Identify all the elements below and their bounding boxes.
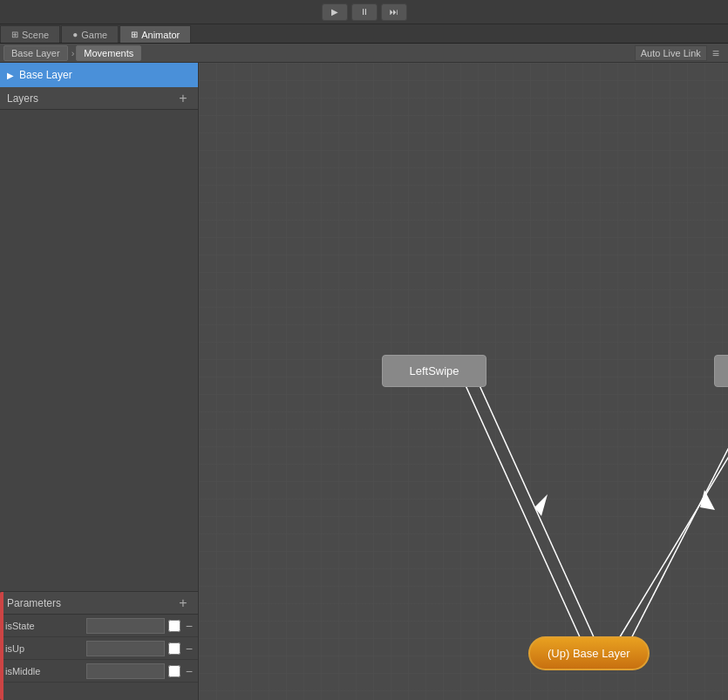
- layers-header: Layers +: [0, 87, 198, 110]
- param-row-isstate: isState −: [0, 615, 198, 637]
- red-bar: [0, 592, 3, 700]
- pause-button[interactable]: ⏸: [351, 3, 378, 21]
- base-layer-label: Base Layer: [19, 69, 72, 81]
- param-isstate-remove[interactable]: −: [186, 619, 193, 633]
- param-ismiddle-name: isMiddle: [5, 666, 86, 676]
- param-isstate-input[interactable]: [86, 618, 165, 634]
- animator-icon: ⊞: [131, 30, 138, 39]
- left-swipe-node[interactable]: LeftSwipe: [382, 355, 486, 387]
- param-ismiddle-checkbox[interactable]: [168, 665, 180, 677]
- param-row-isup: isUp −: [0, 637, 198, 660]
- param-isstate-name: isState: [5, 621, 86, 631]
- auto-live-link-button[interactable]: Auto Live Link: [635, 45, 707, 61]
- layers-add-button[interactable]: +: [175, 91, 191, 106]
- tab-game-label: Game: [81, 30, 107, 40]
- game-icon: ●: [72, 30, 78, 39]
- tab-scene[interactable]: ⊞ Scene: [0, 25, 60, 43]
- layers-label: Layers: [7, 92, 38, 105]
- menu-button[interactable]: ≡: [707, 44, 725, 62]
- left-swipe-label: LeftSwipe: [409, 364, 459, 377]
- scene-icon: ⊞: [11, 30, 18, 39]
- svg-line-4: [613, 374, 728, 649]
- tab-game[interactable]: ● Game: [61, 25, 119, 43]
- param-ismiddle-input[interactable]: [86, 663, 165, 679]
- tab-scene-label: Scene: [22, 30, 49, 40]
- base-layer-node[interactable]: (Up) Base Layer: [528, 636, 650, 670]
- breadcrumb-bar: Base Layer › Movements Auto Live Link ≡: [0, 44, 728, 63]
- param-isup-remove[interactable]: −: [186, 642, 193, 656]
- breadcrumb-movements[interactable]: Movements: [76, 45, 141, 61]
- svg-line-3: [626, 374, 728, 649]
- tab-bar: ⊞ Scene ● Game ⊞ Animator: [0, 24, 728, 44]
- parameters-add-button[interactable]: +: [175, 595, 191, 611]
- play-button[interactable]: ▶: [322, 3, 348, 21]
- base-layer-node-label: (Up) Base Layer: [548, 647, 630, 660]
- step-button[interactable]: ⏭: [381, 3, 407, 21]
- svg-marker-2: [534, 494, 548, 516]
- tab-animator[interactable]: ⊞ Animator: [119, 25, 191, 43]
- param-isup-input[interactable]: [86, 641, 165, 656]
- canvas-area[interactable]: LeftSwipe RightSwipe (Up) Base Layer: [199, 63, 728, 700]
- parameters-panel: Parameters + isState − isUp − isMiddle −: [0, 591, 199, 700]
- param-row-ismiddle: isMiddle −: [0, 660, 198, 683]
- base-layer-item[interactable]: ▶ Base Layer: [0, 63, 198, 87]
- svg-marker-5: [700, 490, 715, 510]
- breadcrumb-arrow: ›: [71, 48, 75, 58]
- svg-line-1: [474, 374, 599, 649]
- param-isup-checkbox[interactable]: [168, 642, 180, 655]
- layer-play-icon: ▶: [7, 71, 14, 80]
- top-toolbar: ▶ ⏸ ⏭: [0, 0, 728, 24]
- parameters-label: Parameters: [7, 597, 61, 609]
- param-isstate-checkbox[interactable]: [168, 620, 180, 632]
- param-isup-name: isUp: [5, 643, 86, 654]
- tab-animator-label: Animator: [141, 30, 180, 40]
- parameters-header: Parameters +: [0, 592, 198, 615]
- breadcrumb-base-layer[interactable]: Base Layer: [3, 45, 68, 61]
- param-ismiddle-remove[interactable]: −: [186, 664, 193, 678]
- right-swipe-node[interactable]: RightSwipe: [714, 355, 728, 387]
- svg-line-0: [460, 374, 585, 649]
